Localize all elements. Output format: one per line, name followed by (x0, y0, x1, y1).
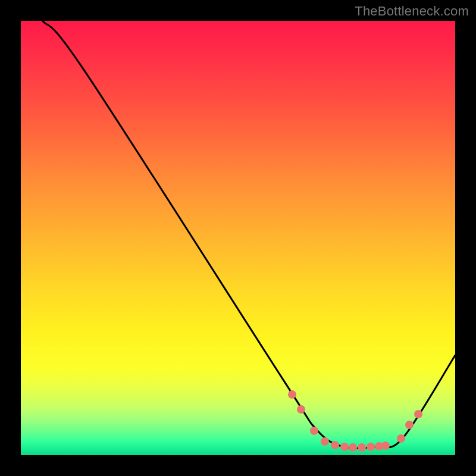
plot-area (21, 21, 455, 455)
bottleneck-curve (43, 21, 456, 448)
marker-dot (288, 390, 296, 399)
marker-dot (358, 443, 366, 452)
marker-dot (331, 441, 339, 449)
marker-dot (310, 427, 318, 435)
marker-dot (397, 434, 405, 443)
chart-stage: TheBottleneck.com (0, 0, 476, 476)
curve-layer (21, 21, 455, 455)
marker-dot (340, 443, 349, 451)
marker-dot (367, 443, 375, 451)
marker-dot (321, 437, 329, 446)
watermark-text: TheBottleneck.com (355, 4, 469, 19)
marker-dot (414, 410, 422, 418)
